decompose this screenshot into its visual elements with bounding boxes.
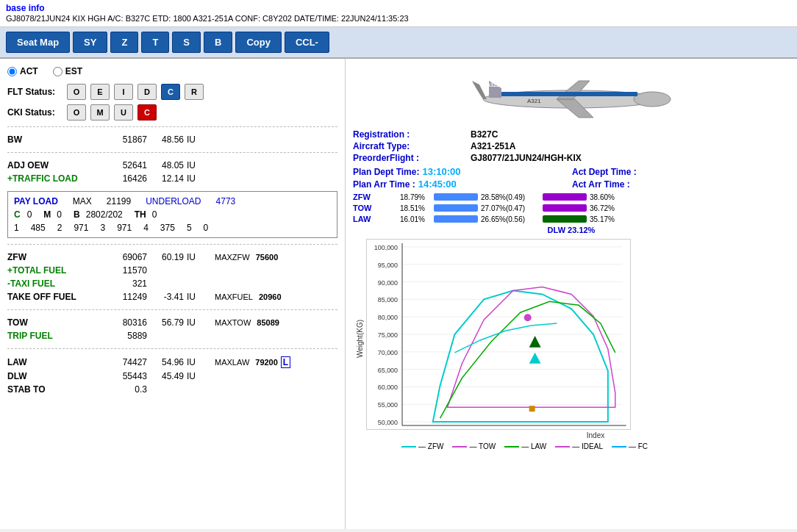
svg-marker-38 xyxy=(529,336,541,348)
zfw-label: ZFW xyxy=(7,252,96,262)
plan-arr-val: 14:45:00 xyxy=(418,179,457,190)
total-fuel-label: +TOTAL FUEL xyxy=(7,265,96,276)
svg-text:60,000: 60,000 xyxy=(378,384,398,391)
svg-text:80: 80 xyxy=(589,429,596,430)
payload-box: PAY LOAD MAX 21199 UNDERLOAD 4773 C 0 M … xyxy=(7,191,337,238)
cki-btn-c[interactable]: C xyxy=(137,104,157,121)
maxtow-val: 85089 xyxy=(257,318,279,327)
law-pct2: 26.65%(0.56) xyxy=(481,215,540,223)
pax-c-val: 0 xyxy=(27,209,32,220)
dlw-pct: 45.49 xyxy=(147,371,184,381)
flt-btn-d[interactable]: D xyxy=(137,84,157,100)
payload-max-val: 21199 xyxy=(107,196,131,206)
pax-m-label: M xyxy=(43,209,51,220)
adj-oew-label: ADJ OEW xyxy=(7,160,96,170)
cki-btn-u[interactable]: U xyxy=(114,104,133,121)
legend-fc: — FC xyxy=(612,442,648,450)
tow-bar-blue xyxy=(434,204,478,212)
dlw-unit: IU xyxy=(187,371,209,381)
flt-btn-o[interactable]: O xyxy=(67,84,86,100)
tow-label: TOW xyxy=(7,317,96,328)
svg-point-37 xyxy=(524,314,532,321)
reg-val: B327C xyxy=(471,129,498,140)
z-button[interactable]: Z xyxy=(110,32,138,53)
pax-b-val: 2802/202 xyxy=(86,209,123,220)
top-bar: base info GJ8078/21JUN24 KIX HGH A/C: B3… xyxy=(0,0,797,27)
flt-btn-e[interactable]: E xyxy=(90,84,110,100)
law-label: LAW xyxy=(7,357,96,367)
traffic-load-label: +TRAFFIC LOAD xyxy=(7,173,96,184)
preorder-label: PreorderFlight : xyxy=(353,153,471,163)
ccl-button[interactable]: CCL- xyxy=(285,32,329,53)
chart-legend: — ZFW — TOW — LAW — IDEAL — FC xyxy=(401,442,790,450)
svg-text:100,000: 100,000 xyxy=(374,244,398,251)
taxi-fuel-label: -TAXI FUEL xyxy=(7,278,96,289)
num-5-val: 0 xyxy=(204,223,209,233)
radio-est[interactable] xyxy=(53,67,62,76)
num-2-val: 971 xyxy=(74,223,88,233)
s-button[interactable]: S xyxy=(172,32,201,53)
bw-val: 51867 xyxy=(96,134,147,145)
y-label-container: Weight(KG) xyxy=(353,239,366,439)
svg-text:55,000: 55,000 xyxy=(378,401,398,409)
seat-map-button[interactable]: Seat Map xyxy=(6,32,70,53)
svg-text:60: 60 xyxy=(536,429,543,430)
plan-dept-val: 13:10:00 xyxy=(422,166,460,177)
svg-text:50,000: 50,000 xyxy=(378,419,398,426)
law-bar-label: LAW xyxy=(353,215,397,223)
traffic-load-pct: 12.14 xyxy=(147,173,184,184)
zfw-pct1: 18.79% xyxy=(400,193,431,201)
preorder-val: GJ8077/21JUN24/HGH-KIX xyxy=(471,153,582,163)
bw-label: BW xyxy=(7,134,96,145)
b-button[interactable]: B xyxy=(204,32,232,53)
zfw-bar-blue xyxy=(434,193,478,201)
dlw-row: DLW 23.12% xyxy=(353,226,790,234)
dlw-val: 55443 xyxy=(96,371,147,381)
payload-max-label: MAX xyxy=(73,196,92,206)
svg-rect-40 xyxy=(529,406,535,411)
tow-unit: IU xyxy=(187,317,209,328)
num-5-label: 5 xyxy=(187,223,192,233)
chart-area: 100,000 95,000 90,000 85,000 80,000 75,0… xyxy=(366,239,790,439)
act-dept-label: Act Dept Time : xyxy=(572,167,637,177)
num-1-label: 1 xyxy=(14,223,19,233)
payload-underload-val: 4773 xyxy=(216,196,236,206)
radio-act[interactable] xyxy=(7,67,17,76)
adj-oew-unit: IU xyxy=(187,160,209,170)
law-val: 74427 xyxy=(96,357,147,367)
legend-law: — LAW xyxy=(504,442,546,450)
law-pct1: 16.01% xyxy=(400,215,431,223)
flt-status-label: FLT Status: xyxy=(7,87,62,97)
flt-btn-i[interactable]: I xyxy=(114,84,133,100)
reg-table: Registration : B327C Aircraft Type: A321… xyxy=(353,129,790,163)
cki-btn-o[interactable]: O xyxy=(67,104,86,121)
tof-pct: -3.41 xyxy=(147,292,184,302)
zfw-pct3: 38.60% xyxy=(590,193,621,201)
pax-b-label: B xyxy=(74,209,80,220)
zfw-bar-purple xyxy=(543,193,587,201)
left-panel: ACT EST FLT Status: O E I D C R CKI Stat… xyxy=(0,59,346,529)
t-button[interactable]: T xyxy=(141,32,169,53)
svg-text:20: 20 xyxy=(429,429,437,430)
svg-marker-39 xyxy=(529,353,541,364)
cki-btn-m[interactable]: M xyxy=(90,104,110,121)
num-2-label: 2 xyxy=(57,223,62,233)
svg-point-1 xyxy=(634,92,671,107)
trip-fuel-val: 5889 xyxy=(96,331,147,341)
svg-marker-35 xyxy=(433,290,608,422)
sy-button[interactable]: SY xyxy=(73,32,107,53)
copy-button[interactable]: Copy xyxy=(235,32,282,53)
flt-btn-c[interactable]: C xyxy=(161,84,180,100)
tow-pct1: 18.51% xyxy=(400,204,431,212)
flight-info: GJ8078/21JUN24 KIX HGH A/C: B327C ETD: 1… xyxy=(6,14,409,23)
tow-bar-label: TOW xyxy=(353,204,397,212)
traffic-load-val: 16426 xyxy=(96,173,147,184)
law-bar-blue xyxy=(434,215,478,223)
flt-btn-r[interactable]: R xyxy=(185,84,204,100)
maxtow-label: MAXTOW xyxy=(215,318,251,327)
num-4-val: 375 xyxy=(160,223,175,233)
radio-act-label[interactable]: ACT xyxy=(7,66,38,76)
radio-est-label[interactable]: EST xyxy=(53,66,82,76)
base-info-title: base info xyxy=(6,3,45,13)
tof-val: 11249 xyxy=(96,292,147,302)
